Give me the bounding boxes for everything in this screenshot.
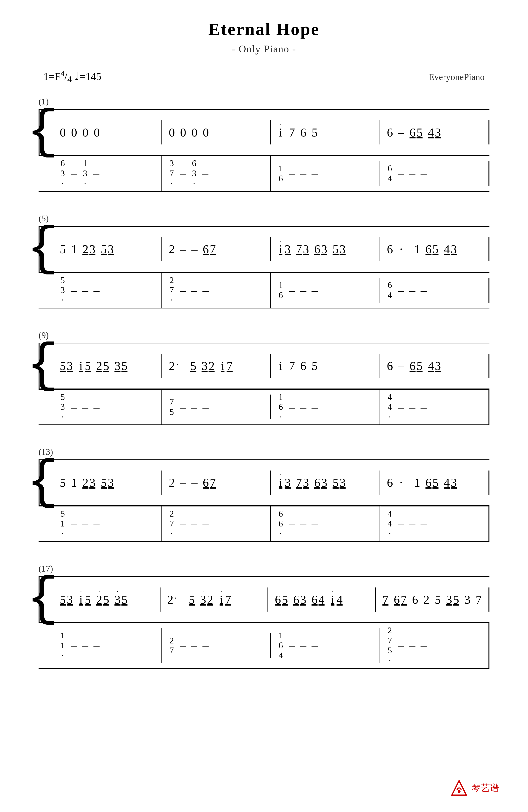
treble-measures-4: 5 1 2 3 5 3 2 – – 6 [53, 470, 489, 495]
note: 5 [433, 242, 439, 256]
key-tempo: 1=F4/4 ♩=145 [43, 69, 102, 84]
note: 3 [169, 158, 175, 168]
note-group: 5 3 [101, 476, 114, 490]
measure-1-bass: 6 3 · – 1 3 · – [53, 156, 162, 191]
note: 5 [417, 359, 423, 373]
measure-12-treble: 6 – 6 5 4 3 [380, 354, 490, 378]
note-group: 6 3 [314, 476, 327, 490]
note: 7 [210, 242, 216, 256]
note: 5 [60, 476, 66, 490]
note-group: 7 3 [296, 242, 309, 256]
note: 2 [169, 636, 175, 646]
note: 3 [435, 359, 441, 373]
measure-1-treble: 0 0 0 0 [53, 120, 162, 144]
note-group: 5 3 [60, 359, 73, 373]
note-group: 6 5 [275, 593, 288, 607]
note: 4 [387, 174, 393, 184]
logo-icon [450, 778, 469, 798]
note: 6 [412, 593, 418, 607]
note-group: 6 4 [312, 593, 325, 607]
note-group: 5 [191, 359, 196, 373]
note: 6 [278, 290, 284, 300]
note-group: 4 3 [428, 359, 441, 373]
note-group: i· 5 [78, 593, 91, 607]
note: 6 [278, 519, 284, 528]
page: Eternal Hope - Only Piano - 1=F4/4 ♩=145… [0, 0, 528, 812]
chord: 5 1 · [60, 509, 65, 539]
note: 5 [333, 242, 338, 256]
note: – [289, 517, 295, 531]
note: 4 [444, 242, 450, 256]
note: 7 [289, 359, 295, 373]
note-group: 3· 2 [202, 359, 215, 373]
measure-10-bass: 7 5 – – – [162, 394, 271, 419]
chord: 2 7 5 · [387, 626, 393, 666]
note: · [60, 178, 65, 188]
bass-staff-5: 1 1 · – – – 2 7 – – – [39, 623, 489, 669]
treble-measures-2: 5 1 2 3 5 3 2 – – 6 [53, 237, 489, 261]
note: – [312, 284, 318, 298]
note: 5 [121, 593, 127, 607]
note: 3 [451, 476, 457, 490]
note: 6 [203, 476, 209, 490]
measure-2-treble: 0 0 0 0 [162, 120, 271, 144]
note: 0 [60, 126, 66, 140]
measure-19-treble: 6 5 6 3 6 4 i· 4 [268, 588, 376, 612]
note: – [300, 166, 306, 180]
note: 6 [275, 593, 281, 607]
note: 3· [115, 359, 120, 373]
note: 4 [387, 392, 393, 402]
note: 4 [387, 509, 393, 519]
treble-staff-2: { 5 1 2 3 5 3 2 – [39, 226, 489, 273]
bass-measures-5: 1 1 · – – – 2 7 – – – [53, 623, 489, 668]
note: – [312, 639, 318, 653]
note: – [93, 400, 100, 414]
note: 1 [278, 280, 284, 290]
note: 3· [202, 359, 208, 373]
brace: { [39, 577, 53, 622]
system-4: (13) { 5 1 2 3 5 3 [39, 447, 489, 542]
note: – [421, 284, 427, 298]
note: 1 [278, 392, 284, 402]
note: – [180, 476, 186, 490]
note: 5 [453, 593, 459, 607]
measure-17-bass: 1 1 · – – – [53, 628, 162, 663]
measure-19-bass: 1 6 4 – – – [271, 628, 380, 663]
bass-staff-2: 5 3 · – – – 2 7 · – – – [39, 273, 489, 308]
bass-measures-3: 5 3 · – – – 7 5 – – – [53, 390, 489, 424]
chord: 6 6 · [278, 509, 284, 539]
note-group: 2· 5 [96, 593, 109, 607]
note: – [180, 517, 186, 531]
subtitle: - Only Piano - [39, 43, 489, 55]
note: · [169, 178, 175, 188]
note: 5 [435, 593, 441, 607]
note: 5 [387, 646, 393, 655]
note: – [398, 359, 404, 373]
note-group: 3 5 [446, 593, 459, 607]
note: 4 [444, 476, 450, 490]
note-dot: 2· [169, 359, 175, 373]
note: – [398, 517, 404, 531]
note: – [180, 400, 186, 414]
note: – [398, 400, 404, 414]
note: – [409, 400, 416, 414]
note: 2 [169, 242, 175, 256]
note-group: 6 5 [410, 126, 423, 140]
note: 3 [321, 476, 327, 490]
note: – [421, 517, 427, 531]
chord: 1 6 · [278, 392, 284, 422]
note: · [398, 242, 404, 256]
note: 4 [278, 651, 284, 661]
note: 4 [428, 359, 434, 373]
note: 1 [60, 630, 65, 640]
note: 3 [60, 285, 65, 295]
note: – [421, 400, 427, 414]
note: – [191, 517, 197, 531]
note-group: 7 [382, 593, 389, 607]
note-group: 6 7 [203, 476, 216, 490]
system-1: (1) { 0 0 0 0 0 0 0 0 [39, 97, 489, 191]
measure-number-13: (13) [39, 447, 489, 457]
note: 4 [387, 519, 393, 528]
note-group: 3· 5 [115, 359, 127, 373]
chord: 6 4 [387, 163, 393, 184]
